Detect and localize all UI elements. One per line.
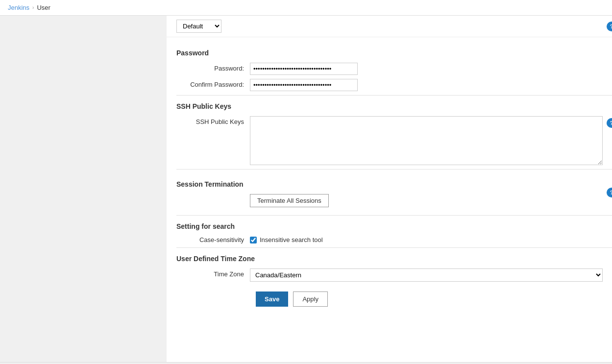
divider-3: [176, 215, 612, 216]
password-input[interactable]: [250, 63, 358, 75]
ssh-row: SSH Public Keys ?: [176, 116, 612, 165]
timezone-row: Time Zone Canada/Eastern America/New_Yor…: [176, 268, 612, 282]
password-row: Password:: [176, 63, 612, 75]
timezone-input-wrapper: Canada/Eastern America/New_York America/…: [250, 268, 495, 282]
terminate-label-spacer: [176, 194, 250, 196]
ssh-input-wrapper: ?: [250, 116, 612, 165]
session-content: Session Termination Terminate All Sessio…: [176, 173, 607, 211]
password-label: Password:: [176, 63, 250, 72]
terminate-row: Terminate All Sessions: [176, 194, 607, 207]
divider-4: [176, 247, 612, 248]
left-panel: [0, 16, 167, 362]
action-buttons: Save Apply: [256, 291, 612, 307]
ssh-label: SSH Public Keys: [176, 116, 250, 125]
save-button[interactable]: Save: [256, 291, 288, 307]
default-select[interactable]: Default: [176, 20, 221, 33]
divider-1: [176, 95, 612, 96]
case-sensitivity-label: Case-sensitivity: [176, 236, 250, 243]
ssh-section-header: SSH Public Keys: [176, 102, 612, 112]
breadcrumb-separator: ›: [32, 5, 34, 10]
password-section-header: Password: [176, 49, 612, 59]
password-input-wrapper: [250, 63, 495, 75]
breadcrumb-jenkins[interactable]: Jenkins: [8, 4, 29, 11]
session-help-icon[interactable]: ?: [607, 188, 612, 197]
breadcrumb-bar: Jenkins › User: [0, 0, 612, 16]
apply-button[interactable]: Apply: [293, 291, 328, 307]
confirm-password-input[interactable]: [250, 79, 358, 91]
breadcrumb-user: User: [37, 4, 50, 11]
top-row-inner: Default: [176, 20, 221, 33]
timezone-section-header: User Defined Time Zone: [176, 255, 612, 265]
timezone-label: Time Zone: [176, 268, 250, 278]
case-sensitivity-row: Case-sensitivity Insensitive search tool: [176, 236, 612, 243]
ssh-textarea[interactable]: [250, 116, 603, 165]
terminate-button[interactable]: Terminate All Sessions: [250, 194, 329, 207]
insensitive-search-checkbox[interactable]: [250, 237, 257, 243]
confirm-password-row: Confirm Password:: [176, 79, 612, 91]
session-section-header: Session Termination: [176, 180, 607, 190]
search-section-header: Setting for search: [176, 222, 612, 232]
session-section-row: Session Termination Terminate All Sessio…: [176, 173, 612, 211]
main-content: Default ? Password Password: Confirm Pas…: [0, 16, 612, 362]
checkbox-wrapper: Insensitive search tool: [250, 236, 323, 243]
insensitive-search-label: Insensitive search tool: [260, 236, 323, 243]
footer: Page generated: May 27, 2020 11:27:51 PM…: [0, 362, 612, 364]
form-container: Password Password: Confirm Password: SSH…: [167, 37, 612, 316]
confirm-password-input-wrapper: [250, 79, 495, 91]
top-help-icon[interactable]: ?: [607, 22, 612, 31]
divider-2: [176, 169, 612, 170]
ssh-help-icon[interactable]: ?: [607, 118, 612, 128]
right-panel: Default ? Password Password: Confirm Pas…: [167, 16, 612, 362]
timezone-select[interactable]: Canada/Eastern America/New_York America/…: [250, 268, 603, 282]
confirm-password-label: Confirm Password:: [176, 79, 250, 88]
top-row: Default ?: [167, 16, 612, 37]
